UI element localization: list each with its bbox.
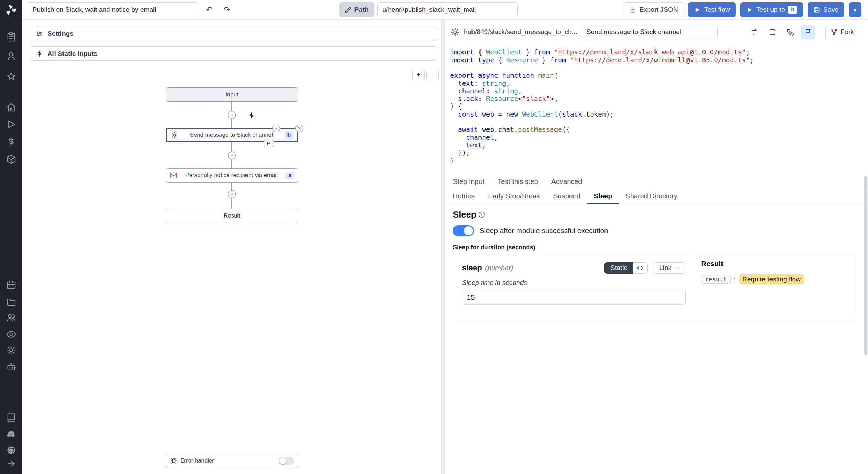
info-icon[interactable] [478,211,485,218]
tab-test-this-step[interactable]: Test this step [491,175,545,189]
code-editor[interactable]: import { WebClient } from "https://deno.… [445,44,868,175]
fork-button[interactable]: Fork [825,25,859,39]
stop-button[interactable] [766,25,780,39]
error-handler-label: Error handler [180,457,276,464]
field-type: (number) [485,264,513,272]
save-dropdown-button[interactable]: ▾ [849,2,861,17]
sleep-config-card: sleep (number) Static Link → Sleep time … [453,255,855,322]
early-stop-flag-button[interactable] [264,140,274,147]
result-value-chip: Require testing flow [739,274,804,284]
save-button[interactable]: Save [808,2,844,17]
play-icon [694,7,701,13]
slack-step-badge: b [285,131,294,138]
robot-icon[interactable] [6,362,16,372]
flag-button[interactable] [801,25,815,39]
undo-button[interactable]: ↶ [203,3,216,16]
result-colon: : [734,276,735,283]
zoom-out-button[interactable]: - [426,69,439,81]
clipboard-icon[interactable] [6,32,16,42]
sleep-tab-content: Sleep Sleep after module successful exec… [445,204,868,474]
sleep-seconds-input[interactable] [462,290,686,305]
export-json-label: Export JSON [639,6,678,14]
slack-step-node[interactable]: Send message to Slack channel b + × [166,128,299,142]
expand-arrow-icon[interactable] [6,459,16,469]
topbar: ↶ ↷ Path Export JSON Test flow Test up t… [22,0,868,20]
github-icon[interactable] [6,445,16,455]
tab-step-input[interactable]: Step Input [453,175,491,189]
result-node[interactable]: Result [166,209,299,223]
toggle-knob [279,458,286,464]
redo-button[interactable]: ↷ [220,3,234,16]
add-step-button[interactable]: + [228,111,236,119]
phone-icon [786,28,795,36]
tab-suspend[interactable]: Suspend [546,189,587,204]
result-title: Result [701,260,848,268]
export-json-button[interactable]: Export JSON [624,2,684,17]
zoom-in-button[interactable]: + [412,69,425,81]
call-button[interactable] [783,25,798,39]
input-node[interactable]: Input [166,87,299,102]
add-step-button[interactable]: + [228,190,236,198]
link-button[interactable]: Link → [654,262,685,274]
swap-arrows-icon [751,28,759,36]
user-icon[interactable] [6,51,16,61]
left-sidebar [0,0,22,474]
static-inputs-bar[interactable]: All Static Inputs [31,46,437,61]
primary-tabs: Step Input Test this step Advanced [445,175,868,189]
dollar-icon[interactable] [6,137,16,147]
error-handler-toggle[interactable] [279,457,294,465]
test-flow-button[interactable]: Test flow [688,2,736,17]
value-mode-segment: Static [604,262,647,274]
settings-bar[interactable]: Settings [31,27,437,41]
flow-name-input[interactable] [28,2,198,17]
field-description: Sleep time in seconds [462,279,685,287]
panel-splitter[interactable] [441,20,445,474]
step-name-input[interactable] [582,25,718,39]
book-icon[interactable] [6,413,16,423]
code-icon [636,264,644,272]
expr-mode-button[interactable] [633,262,647,274]
insert-step-button[interactable]: + [272,125,280,132]
result-row: result : Require testing flow [701,274,848,284]
error-handler-node[interactable]: Error handler [166,454,299,468]
discord-icon[interactable] [6,429,16,439]
scrollbar-thumb[interactable] [864,176,868,355]
dollar-icon [36,50,43,57]
tab-shared-directory[interactable]: Shared Directory [619,189,684,204]
cube-icon[interactable] [6,154,16,164]
gear-icon [451,28,460,37]
folder-icon[interactable] [6,297,16,307]
bug-icon [170,457,177,465]
sleep-toggle-row: Sleep after module successful execution [453,225,860,236]
sleep-field-row: sleep (number) Static Link → [462,262,685,274]
tab-early-stop[interactable]: Early Stop/Break [481,189,546,204]
sleep-toggle[interactable] [453,225,474,236]
test-up-to-label: Test up to [756,6,785,14]
users-icon[interactable] [6,313,16,323]
tab-advanced[interactable]: Advanced [545,175,589,189]
path-input[interactable] [377,2,517,17]
tab-sleep[interactable]: Sleep [587,189,619,204]
calendar-icon[interactable] [6,280,16,290]
star-icon[interactable] [6,71,16,82]
sleep-field-pane: sleep (number) Static Link → Sleep time … [453,255,694,322]
remove-step-button[interactable]: × [295,125,303,132]
sleep-title-text: Sleep [453,210,476,220]
test-up-to-button[interactable]: Test up to b [740,2,803,17]
gear-icon[interactable] [6,345,16,355]
ai-bolt-icon[interactable] [248,111,257,120]
add-step-button[interactable]: + [228,152,236,159]
play-icon[interactable] [6,119,16,129]
eye-icon[interactable] [6,329,16,339]
pencil-icon [345,7,351,13]
home-icon[interactable] [6,102,16,112]
email-step-node[interactable]: Personally notice recipient via email a [166,168,299,183]
sleep-toggle-label: Sleep after module successful execution [479,227,608,235]
test-flow-label: Test flow [704,6,730,14]
path-button-label: Path [354,6,369,14]
square-icon [768,28,777,36]
path-button[interactable]: Path [339,2,374,17]
tab-retries[interactable]: Retries [453,189,481,204]
static-mode-button[interactable]: Static [604,262,633,274]
swap-script-button[interactable] [748,25,762,39]
